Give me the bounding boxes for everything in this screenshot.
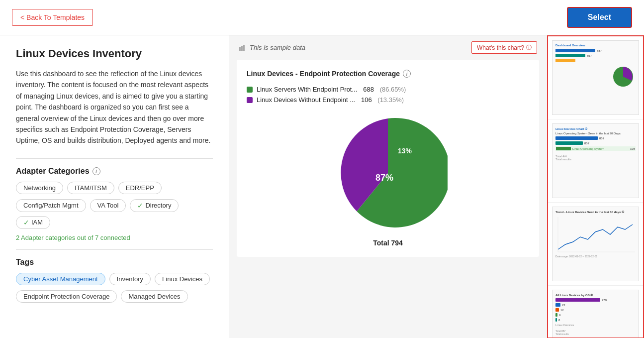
- legend-row-2: Linux Devices Without Endpoint ... 106 (…: [247, 96, 529, 104]
- tags-section: Tags: [16, 258, 213, 267]
- chart-icon: [239, 44, 246, 51]
- whats-this-chart-button[interactable]: What's this chart? ⓘ: [471, 41, 537, 54]
- tags-label: Tags: [16, 258, 34, 267]
- mini-chart-2: Linux Devices Chart ① Linux Operating Sy…: [552, 124, 639, 198]
- tag-managed-devices: Managed Devices: [121, 290, 187, 303]
- connected-count: 2 Adapter categories out of 7 connected: [16, 234, 213, 241]
- svg-rect-1: [241, 46, 243, 51]
- mini-chart-4: All Linux Devices by OS ① 779 22 12: [552, 290, 639, 338]
- legend-label-1: Linux Servers With Endpoint Prot...: [257, 86, 357, 93]
- legend-dot-green: [247, 87, 253, 93]
- center-panel: This is sample data What's this chart? ⓘ…: [229, 35, 547, 338]
- thumbnail-3[interactable]: Trend - Linux Devices Seen in the last 3…: [548, 203, 643, 286]
- iam-label: IAM: [31, 219, 43, 226]
- chart-card: Linux Devices - Endpoint Protection Cove…: [237, 60, 539, 257]
- check-icon-directory: ✓: [137, 202, 143, 210]
- directory-label: Directory: [145, 202, 171, 209]
- adapter-tags-row: Networking ITAM/ITSM EDR/EPP: [16, 182, 213, 194]
- mini-chart-1: Dashboard Overview 887 857: [552, 41, 639, 114]
- legend-percent-2: (13.35%): [376, 96, 404, 104]
- legend-label-2: Linux Devices Without Endpoint ...: [257, 96, 355, 104]
- tag-cyber-asset: Cyber Asset Management: [16, 273, 105, 285]
- sample-data-text: This is sample data: [250, 44, 305, 51]
- tag-inventory: Inventory: [109, 273, 151, 285]
- info-circle-icon: ⓘ: [526, 44, 532, 51]
- thumbnail-img-1: Dashboard Overview 887 857: [552, 40, 639, 115]
- pie-chart-svg: 87% 13%: [328, 113, 448, 233]
- tag-linux-devices: Linux Devices: [155, 273, 210, 285]
- right-thumbnail-panel: Dashboard Overview 887 857: [547, 35, 644, 338]
- sample-data-bar: This is sample data What's this chart? ⓘ: [229, 35, 547, 60]
- tag-va-tool: VA Tool: [90, 199, 126, 212]
- info-icon: i: [92, 167, 100, 175]
- adapter-categories-label: Adapter Categories: [16, 167, 90, 176]
- thumbnail-img-4: All Linux Devices by OS ① 779 22 12: [552, 290, 639, 338]
- thumbnail-1[interactable]: Dashboard Overview 887 857: [548, 36, 643, 119]
- back-to-templates-button[interactable]: < Back To Templates: [12, 9, 93, 26]
- thumbnail-img-2: Linux Devices Chart ① Linux Operating Sy…: [552, 123, 639, 198]
- chart-title: Linux Devices - Endpoint Protection Cove…: [247, 70, 529, 78]
- chart-info-icon: i: [403, 70, 411, 78]
- legend-dot-darkred: [247, 97, 253, 103]
- legend-value-1: 688: [363, 86, 374, 93]
- tag-itam-itsm: ITAM/ITSM: [67, 182, 114, 194]
- pie-label-13: 13%: [398, 147, 412, 155]
- legend-percent-1: (86.65%): [378, 86, 406, 93]
- sample-data-label: This is sample data: [239, 44, 305, 51]
- left-panel: Linux Devices Inventory Use this dashboa…: [0, 35, 229, 338]
- legend-value-2: 106: [361, 96, 372, 104]
- description-text: Use this dashboard to see the reflection…: [16, 68, 213, 146]
- thumbnail-2[interactable]: Linux Devices Chart ① Linux Operating Sy…: [548, 119, 643, 203]
- thumbnail-img-3: Trend - Linux Devices Seen in the last 3…: [552, 207, 639, 281]
- tag-networking: Networking: [16, 182, 63, 194]
- legend-row-1: Linux Servers With Endpoint Prot... 688 …: [247, 86, 529, 93]
- tag-directory: ✓ Directory: [130, 199, 179, 212]
- tag-endpoint-protection: Endpoint Protection Coverage: [16, 290, 117, 303]
- adapter-categories-section: Adapter Categories i: [16, 167, 213, 176]
- pie-label-87: 87%: [375, 173, 393, 183]
- tag-config-patch: Config/Patch Mgmt: [16, 199, 86, 212]
- thumbnail-4[interactable]: All Linux Devices by OS ① 779 22 12: [548, 286, 643, 338]
- chart-total-label: Total 794: [373, 239, 403, 247]
- main-container: Linux Devices Inventory Use this dashboa…: [0, 35, 644, 338]
- adapter-tags-row-2: Config/Patch Mgmt VA Tool ✓ Directory ✓ …: [16, 199, 213, 229]
- whats-this-label: What's this chart?: [477, 44, 524, 51]
- page-title: Linux Devices Inventory: [16, 47, 213, 60]
- tags-row: Cyber Asset Management Inventory Linux D…: [16, 273, 213, 285]
- tags-row-2: Endpoint Protection Coverage Managed Dev…: [16, 290, 213, 303]
- tag-iam: ✓ IAM: [16, 216, 50, 229]
- pie-chart-container: 87% 13% Total 794: [247, 113, 529, 247]
- chart-title-text: Linux Devices - Endpoint Protection Cove…: [247, 70, 400, 78]
- check-icon-iam: ✓: [23, 219, 29, 226]
- tag-edr-epp: EDR/EPP: [118, 182, 162, 194]
- svg-rect-2: [243, 45, 245, 51]
- svg-rect-0: [239, 47, 241, 51]
- header: < Back To Templates Select: [0, 0, 644, 35]
- select-button[interactable]: Select: [567, 7, 632, 28]
- mini-chart-3: Trend - Linux Devices Seen in the last 3…: [552, 207, 639, 281]
